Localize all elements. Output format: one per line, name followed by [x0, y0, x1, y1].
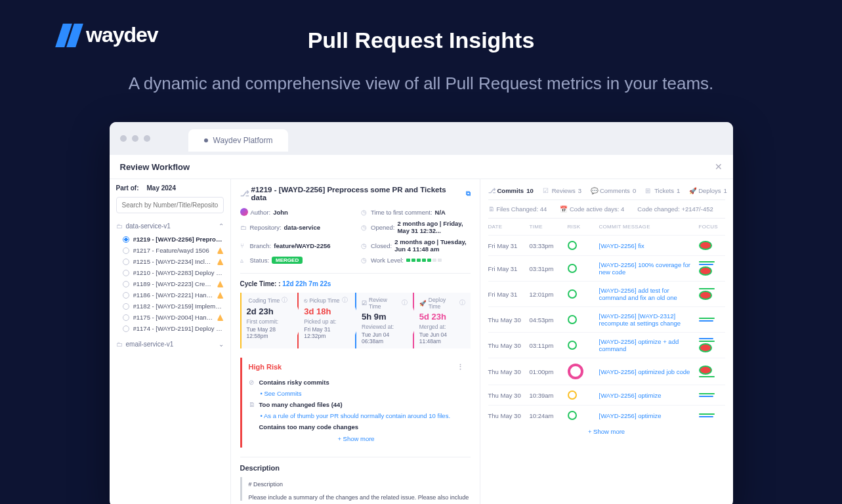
- warning-icon: [217, 314, 224, 321]
- external-link-icon[interactable]: ⧉: [466, 190, 471, 198]
- traffic-light-min[interactable]: [132, 135, 138, 142]
- risk-indicator-icon: [568, 289, 577, 299]
- stat-item: Code changed: +2147/-452: [637, 205, 713, 213]
- pr-list-item[interactable]: #1215 - [WAYD-2234] Include cust...: [123, 256, 224, 267]
- stage-icon: 🚀: [419, 300, 427, 306]
- clock-icon: ◷: [361, 224, 368, 231]
- pr-list-item[interactable]: #1182 - [WAYD-2159] Implement S...: [123, 301, 224, 312]
- pr-list-item[interactable]: #1175 - [WAYD-2004] Handle Jira ...: [123, 312, 224, 323]
- focus-bars: [699, 241, 725, 250]
- stat-icon: 📅: [560, 205, 568, 213]
- th-time: TIME: [530, 224, 562, 230]
- pr-list-item[interactable]: #1189 - [WAYD-2223] Create web...: [123, 278, 224, 289]
- commit-row[interactable]: Fri May 3103:31pm[WAYD-2256] 100% covera…: [488, 255, 725, 281]
- clock-icon: ◷: [361, 242, 368, 249]
- cycle-value: 12d 22h 7m 22s: [282, 280, 331, 287]
- cycle-stage: Coding Time ⓘ2d 23hFirst commit:Tue May …: [240, 293, 298, 348]
- cycle-stage: 🚀Deploy Time ⓘ5d 23hMerged at:Tue Jun 04…: [413, 293, 471, 348]
- logo-icon: [59, 24, 79, 47]
- risk-item: Contains too many code changes: [249, 421, 464, 432]
- stage-icon: ⎋: [304, 297, 307, 304]
- close-icon[interactable]: ✕: [715, 161, 723, 172]
- risk-indicator-icon: [568, 241, 577, 250]
- warning-icon: [217, 292, 224, 299]
- tab-reviews[interactable]: ☑Reviews 3: [543, 187, 581, 194]
- radio-icon: [123, 281, 129, 287]
- commit-row[interactable]: Fri May 3103:33pm[WAYD-2256] fix: [488, 235, 725, 255]
- meta-worklevel: ◷Work Level:: [361, 257, 471, 264]
- th-risk: RISK: [568, 224, 594, 230]
- page-title: Review Workflow: [120, 162, 190, 172]
- radio-icon: [123, 326, 129, 332]
- risk-indicator-icon: [568, 341, 577, 350]
- risk-showmore[interactable]: + Show more: [249, 432, 464, 445]
- work-level-bar: [406, 259, 442, 262]
- th-msg: COMMIT MESSAGE: [599, 224, 694, 230]
- tab-comments[interactable]: 💬Comments 0: [591, 187, 636, 194]
- tab-deploys[interactable]: 🚀Deploys 1: [689, 187, 727, 194]
- commit-row[interactable]: Fri May 3112:01pm[WAYD-2256] add test fo…: [488, 281, 725, 306]
- risk-indicator-icon: [568, 390, 577, 400]
- commit-row[interactable]: Thu May 3010:24am[WAYD-2256] optimize: [488, 405, 725, 425]
- meta-status: ▵Status: MERGED: [240, 257, 350, 264]
- folder[interactable]: 🗀data-service-v1⌃: [116, 220, 224, 232]
- warning-icon: [217, 247, 224, 254]
- folder-icon: 🗀: [116, 222, 123, 230]
- description-heading: Description: [240, 457, 471, 472]
- commit-row[interactable]: Thu May 3001:00pm[WAYD-2256] optimized j…: [488, 358, 725, 385]
- radio-icon: [123, 259, 129, 265]
- browser-tab[interactable]: Waydev Platform: [188, 129, 289, 152]
- repo-icon: 🗀: [240, 224, 247, 231]
- risk-item[interactable]: • See Commits: [249, 388, 464, 399]
- radio-icon: [123, 303, 129, 310]
- pr-list-item[interactable]: #1210 - [WAYD-2283] Deploy v2.5.0: [123, 267, 224, 278]
- menu-icon[interactable]: ⋮: [457, 363, 464, 371]
- pr-list-item[interactable]: #1219 - [WAYD-2256] Preprocess ...: [123, 234, 224, 245]
- hero: waydev Pull Request Insights A dynamic a…: [0, 0, 842, 113]
- folder[interactable]: 🗀email-service-v1⌄: [116, 338, 224, 350]
- meta-closed: ◷Closed: 2 months ago | Tuesday, Jun 4 1…: [361, 238, 471, 253]
- partof-value[interactable]: May 2024: [147, 184, 176, 192]
- tab-icon: ⎇: [488, 187, 495, 194]
- tab-commits[interactable]: ⎇Commits 10: [488, 187, 534, 194]
- pr-list-item[interactable]: #1217 - Feature/wayd 1506: [123, 245, 224, 256]
- search-input[interactable]: [116, 197, 224, 213]
- th-date: DATE: [488, 224, 524, 230]
- commit-row[interactable]: Thu May 3004:53pm[WAYD-2256] [WAYD-2312]…: [488, 306, 725, 332]
- stage-icon: ☑: [362, 300, 367, 306]
- commit-row[interactable]: Thu May 3003:11pm[WAYD-2256] optimize + …: [488, 332, 725, 358]
- risk-indicator-icon: [568, 315, 577, 324]
- logo: waydev: [59, 23, 158, 47]
- pr-list-item[interactable]: #1174 - [WAYD-2191] Deploy hotif...: [123, 323, 224, 334]
- risk-panel: High Risk⋮ ⊘Contains risky commits• See …: [240, 358, 471, 448]
- cycle-label: Cycle Time: :: [240, 280, 281, 287]
- commits-showmore[interactable]: + Show more: [488, 425, 725, 438]
- risk-icon: 🗎: [249, 401, 256, 408]
- warning-icon: [217, 259, 224, 265]
- radio-icon: [123, 270, 129, 276]
- gauge-icon: ◷: [361, 257, 368, 264]
- focus-bars: [699, 318, 725, 322]
- avatar-icon: [240, 208, 248, 216]
- risk-item[interactable]: • As a rule of thumb your PR should norm…: [249, 410, 464, 421]
- window-chrome: Waydev Platform: [110, 122, 733, 155]
- focus-bars: [699, 261, 725, 276]
- pr-list-item[interactable]: #1186 - [WAYD-2221] Handle boar...: [123, 289, 224, 301]
- meta-branch: ⑂Branch: feature/WAYD-2256: [240, 238, 350, 253]
- tab-tickets[interactable]: ⊞Tickets 1: [645, 187, 680, 194]
- tab-icon: 🚀: [689, 187, 696, 194]
- cycle-stage: ⎋Pickup Time ⓘ3d 18hPicked up at:Fri May…: [297, 293, 355, 348]
- commits-panel: ⎇Commits 10☑Reviews 3💬Comments 0⊞Tickets…: [480, 179, 733, 504]
- traffic-light-max[interactable]: [144, 135, 150, 142]
- stat-item: 📅 Code active days: 4: [560, 205, 624, 213]
- chevron-icon: ⌃: [219, 222, 224, 230]
- radio-icon: [123, 292, 129, 299]
- tab-label: Waydev Platform: [213, 136, 273, 145]
- warning-icon: [217, 281, 224, 287]
- risk-item: 🗎Too many changed files (44): [249, 399, 464, 410]
- traffic-light-close[interactable]: [120, 135, 127, 142]
- risk-item: ⊘Contains risky commits: [249, 377, 464, 388]
- stat-item: 🗎 Files Changed: 44: [488, 205, 547, 213]
- radio-icon: [123, 236, 129, 243]
- commit-row[interactable]: Thu May 3010:39am[WAYD-2256] optimize: [488, 385, 725, 405]
